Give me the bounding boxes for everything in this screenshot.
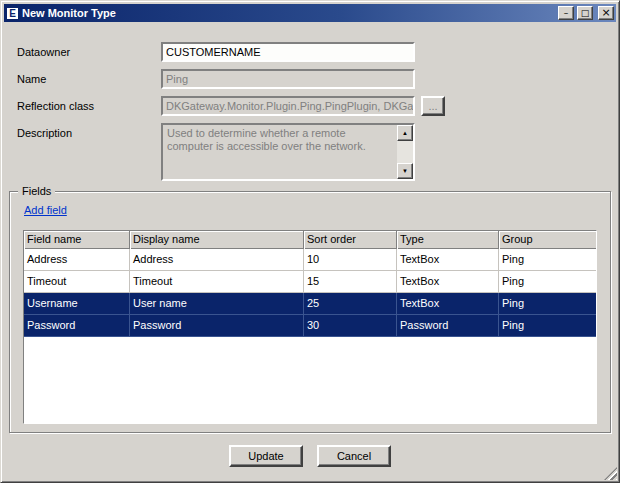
close-button[interactable]: ×: [598, 6, 614, 20]
column-header-sort-order[interactable]: Sort order: [304, 231, 397, 249]
minimize-button[interactable]: –: [558, 6, 574, 20]
scroll-down-icon[interactable]: ▼: [397, 163, 413, 179]
cell-display-name: Password: [130, 315, 304, 337]
cell-sort-order: 15: [304, 271, 397, 293]
column-header-display-name[interactable]: Display name: [130, 231, 304, 249]
cell-group: Ping: [499, 249, 597, 271]
table-row[interactable]: Timeout Timeout 15 TextBox Ping: [24, 271, 596, 293]
dataowner-label: Dataowner: [17, 46, 70, 58]
reflection-class-label: Reflection class: [17, 100, 94, 112]
column-header-group[interactable]: Group: [499, 231, 597, 249]
column-header-field-name[interactable]: Field name: [24, 231, 130, 249]
cell-field-name: Address: [24, 249, 130, 271]
cancel-button[interactable]: Cancel: [317, 445, 391, 467]
cell-sort-order: 30: [304, 315, 397, 337]
table-row-selected[interactable]: Password Password 30 Password Ping: [24, 315, 596, 337]
table-header-row: Field name Display name Sort order Type …: [24, 231, 596, 249]
scroll-up-icon[interactable]: ▲: [397, 125, 413, 141]
cell-field-name: Password: [24, 315, 130, 337]
cell-type: TextBox: [397, 293, 499, 315]
titlebar[interactable]: E New Monitor Type – □ ×: [4, 4, 616, 22]
cell-display-name: Timeout: [130, 271, 304, 293]
fields-group-title: Fields: [18, 185, 55, 197]
cell-group: Ping: [499, 271, 597, 293]
browse-button: ...: [421, 96, 445, 116]
description-scrollbar[interactable]: ▲ ▼: [397, 125, 413, 179]
cell-field-name: Username: [24, 293, 130, 315]
cell-display-name: User name: [130, 293, 304, 315]
app-icon: E: [6, 7, 19, 20]
description-text: Used to determine whether a remote compu…: [163, 125, 397, 179]
fields-groupbox: Fields Add field Field name Display name…: [9, 191, 611, 433]
dataowner-input[interactable]: [161, 42, 415, 62]
cell-group: Ping: [499, 315, 597, 337]
update-button[interactable]: Update: [229, 445, 303, 467]
new-monitor-type-dialog: E New Monitor Type – □ × Dataowner Name …: [0, 0, 620, 483]
window-title: New Monitor Type: [22, 7, 555, 19]
description-label: Description: [17, 127, 72, 139]
name-label: Name: [17, 73, 46, 85]
cell-sort-order: 25: [304, 293, 397, 315]
description-input: Used to determine whether a remote compu…: [161, 123, 415, 181]
table-row[interactable]: Address Address 10 TextBox Ping: [24, 249, 596, 271]
cell-display-name: Address: [130, 249, 304, 271]
resize-grip[interactable]: [604, 467, 617, 480]
maximize-button[interactable]: □: [577, 6, 593, 20]
cell-group: Ping: [499, 293, 597, 315]
reflection-class-input: DKGateway.Monitor.Plugin.Ping.PingPlugin…: [161, 96, 415, 116]
table-row-selected[interactable]: Username User name 25 TextBox Ping: [24, 293, 596, 315]
column-header-type[interactable]: Type: [397, 231, 499, 249]
cell-type: TextBox: [397, 271, 499, 293]
fields-table: Field name Display name Sort order Type …: [23, 230, 597, 424]
cell-field-name: Timeout: [24, 271, 130, 293]
cell-sort-order: 10: [304, 249, 397, 271]
name-input: Ping: [161, 69, 415, 89]
cell-type: Password: [397, 315, 499, 337]
add-field-link[interactable]: Add field: [24, 204, 67, 216]
cell-type: TextBox: [397, 249, 499, 271]
